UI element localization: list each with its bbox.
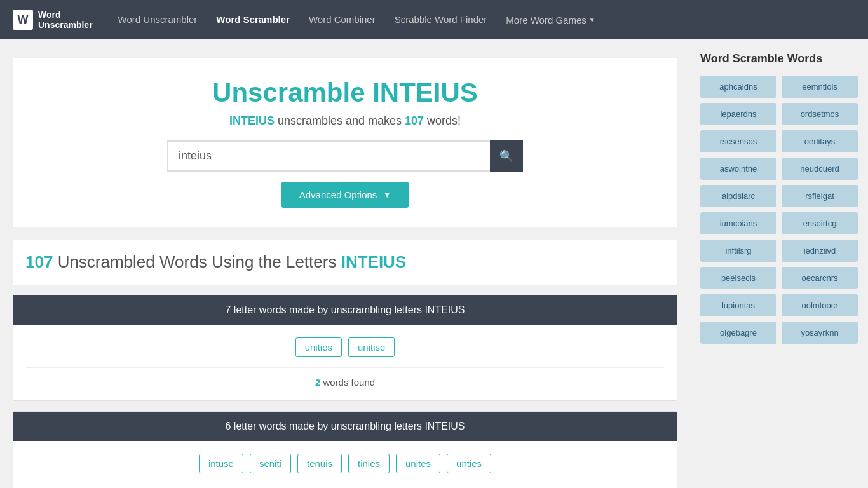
hero-subtitle-pre: unscrambles and makes — [278, 114, 405, 127]
logo[interactable]: W Word Unscrambler — [13, 10, 93, 30]
nav-more-label: More Word Games — [506, 15, 586, 25]
sidebar-title: Word Scramble Words — [700, 52, 858, 65]
nav-more-word-games[interactable]: More Word Games ▼ — [506, 15, 595, 25]
word-tag[interactable]: unities — [295, 337, 342, 357]
word-tag[interactable]: seniti — [250, 454, 291, 473]
list-item[interactable]: aipdsiarc — [700, 185, 776, 207]
nav-word-unscrambler[interactable]: Word Unscrambler — [118, 14, 198, 25]
word-group-6: 6 letter words made by unscrambling lett… — [13, 411, 677, 488]
advanced-arrow-icon: ▼ — [383, 191, 391, 200]
chevron-down-icon: ▼ — [589, 17, 595, 24]
nav-scrabble-word-finder[interactable]: Scrabble Word Finder — [395, 14, 487, 25]
list-item[interactable]: neudcuerd — [782, 158, 858, 180]
word-tag[interactable]: unitise — [348, 337, 395, 357]
list-item[interactable]: iumcoians — [700, 212, 776, 234]
word-group-6-header: 6 letter words made by unscrambling lett… — [13, 412, 677, 441]
hero-subtitle: INTEIUS unscrambles and makes 107 words! — [25, 114, 665, 128]
list-item[interactable]: olgebagre — [700, 322, 776, 344]
sidebar: Word Scramble Words aphcaldns eemntiois … — [690, 39, 868, 488]
word-group-7-header: 7 letter words made by unscrambling lett… — [13, 295, 677, 325]
hero-word: INTEIUS — [229, 114, 275, 127]
list-item[interactable]: inftilsrg — [700, 240, 776, 262]
search-button[interactable]: 🔍 — [490, 140, 523, 172]
nav-links: Word Unscrambler Word Scrambler Word Com… — [118, 14, 595, 25]
page-title: Unscramble INTEIUS — [25, 78, 665, 108]
list-item[interactable]: peelsecis — [700, 267, 776, 289]
word-group-6-body: intuse seniti tenuis tinies unites untie… — [13, 441, 677, 488]
hero-section: Unscramble INTEIUS INTEIUS unscrambles a… — [13, 58, 677, 227]
word-tag[interactable]: unties — [447, 454, 491, 473]
sidebar-grid: aphcaldns eemntiois iepaerdns ordsetmos … — [700, 76, 858, 344]
list-item[interactable]: ensoirtcg — [782, 212, 858, 234]
word-tag[interactable]: tenuis — [297, 454, 342, 473]
nav-word-scrambler[interactable]: Word Scrambler — [216, 14, 290, 25]
logo-icon: W — [13, 10, 33, 30]
hero-subtitle-post: words! — [427, 114, 461, 127]
list-item[interactable]: oolmtoocr — [782, 294, 858, 316]
list-item[interactable]: oecarcnrs — [782, 267, 858, 289]
list-item[interactable]: eemntiois — [782, 76, 858, 98]
words-found-7: 2 words found — [26, 367, 664, 388]
search-bar: 🔍 — [167, 140, 523, 172]
list-item[interactable]: ordsetmos — [782, 103, 858, 125]
list-item[interactable]: rsfielgat — [782, 185, 858, 207]
advanced-options-button[interactable]: Advanced Options ▼ — [281, 182, 409, 208]
results-title: 107 Unscrambled Words Using the Letters … — [25, 252, 665, 272]
word-group-7: 7 letter words made by unscrambling lett… — [13, 295, 677, 401]
advanced-options-label: Advanced Options — [299, 189, 377, 200]
hero-count: 107 — [405, 114, 424, 127]
list-item[interactable]: rscsensos — [700, 130, 776, 152]
nav-word-combiner[interactable]: Word Combiner — [309, 14, 376, 25]
results-header: 107 Unscrambled Words Using the Letters … — [13, 240, 677, 285]
list-item[interactable]: oerlitays — [782, 130, 858, 152]
results-count: 107 — [25, 252, 53, 271]
list-item[interactable]: lupiontas — [700, 294, 776, 316]
search-icon: 🔍 — [499, 149, 513, 163]
word-list-6: intuse seniti tenuis tinies unites untie… — [26, 454, 664, 473]
search-input[interactable] — [167, 140, 490, 172]
list-item[interactable]: aphcaldns — [700, 76, 776, 98]
results-prefix: Unscrambled Words Using the Letters — [58, 252, 341, 271]
list-item[interactable]: yosayrknn — [782, 322, 858, 344]
list-item[interactable]: aswointne — [700, 158, 776, 180]
logo-text: Word Unscrambler — [38, 10, 93, 30]
list-item[interactable]: iepaerdns — [700, 103, 776, 125]
word-list-7: unities unitise — [26, 337, 664, 357]
results-word: INTEIUS — [341, 252, 407, 271]
word-tag[interactable]: unites — [396, 454, 440, 473]
navbar: W Word Unscrambler Word Unscrambler Word… — [0, 0, 868, 39]
words-found-count-7: 2 — [315, 377, 320, 388]
list-item[interactable]: iednziivd — [782, 240, 858, 262]
word-tag[interactable]: intuse — [199, 454, 243, 473]
word-group-7-body: unities unitise 2 words found — [13, 325, 677, 400]
word-tag[interactable]: tinies — [348, 454, 390, 473]
main-content: Unscramble INTEIUS INTEIUS unscrambles a… — [0, 39, 690, 488]
